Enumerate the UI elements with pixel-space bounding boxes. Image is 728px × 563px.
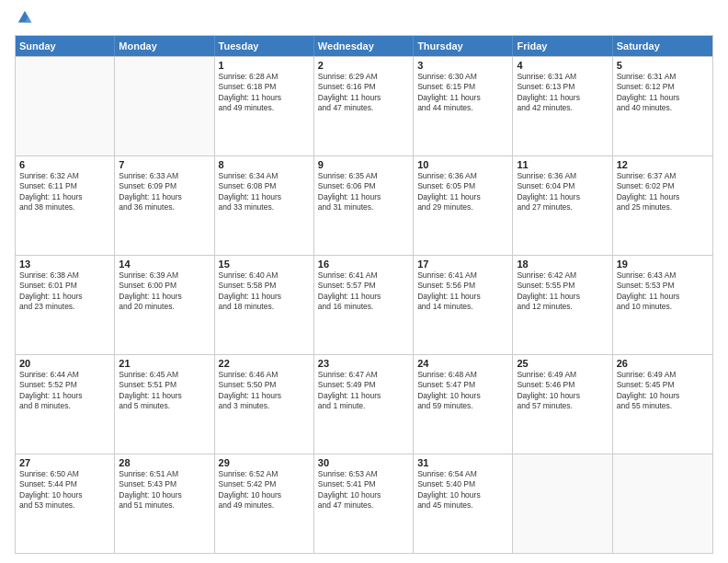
calendar-cell-24: 24Sunrise: 6:48 AMSunset: 5:47 PMDayligh… xyxy=(414,355,513,454)
cell-info-line: Sunrise: 6:32 AM xyxy=(19,171,110,181)
cell-info-line: Sunset: 6:09 PM xyxy=(119,181,210,191)
cell-info-line: Sunrise: 6:38 AM xyxy=(19,270,110,281)
calendar-cell-11: 11Sunrise: 6:36 AMSunset: 6:04 PMDayligh… xyxy=(513,156,612,255)
cell-info-line: and 47 minutes. xyxy=(318,103,409,113)
cell-info-line: and 59 minutes. xyxy=(417,401,508,411)
cell-info-line: Daylight: 11 hours xyxy=(19,192,110,202)
cell-info-line: Daylight: 11 hours xyxy=(617,192,709,202)
cell-info-line: Daylight: 11 hours xyxy=(517,93,608,103)
day-number: 6 xyxy=(19,159,110,170)
cell-info-line: Daylight: 11 hours xyxy=(417,292,508,302)
cell-info-line: Sunset: 6:11 PM xyxy=(19,181,110,191)
logo xyxy=(15,11,33,28)
cell-info-line: Sunset: 5:51 PM xyxy=(119,380,210,390)
cell-info-line: Sunrise: 6:40 AM xyxy=(219,270,310,281)
cell-info-line: Daylight: 10 hours xyxy=(417,391,508,401)
logo-icon xyxy=(17,9,33,26)
calendar-cell-29: 29Sunrise: 6:52 AMSunset: 5:42 PMDayligh… xyxy=(215,454,314,553)
cell-info-line: Daylight: 11 hours xyxy=(219,292,310,302)
weekday-header-tuesday: Tuesday xyxy=(215,36,314,56)
calendar-cell-2: 2Sunrise: 6:29 AMSunset: 6:16 PMDaylight… xyxy=(314,57,414,155)
cell-info-line: Daylight: 10 hours xyxy=(318,490,409,500)
cell-info-line: Sunset: 6:04 PM xyxy=(517,181,608,191)
day-number: 23 xyxy=(318,358,409,369)
cell-info-line: Sunrise: 6:54 AM xyxy=(417,469,508,479)
day-number: 19 xyxy=(617,259,709,270)
cell-info-line: and 8 minutes. xyxy=(19,401,110,411)
cell-info-line: Sunrise: 6:49 AM xyxy=(617,370,709,380)
day-number: 20 xyxy=(19,358,110,369)
cell-info-line: Sunrise: 6:35 AM xyxy=(318,171,409,181)
cell-info-line: Daylight: 11 hours xyxy=(517,192,608,202)
calendar-row-1: 6Sunrise: 6:32 AMSunset: 6:11 PMDaylight… xyxy=(16,155,712,255)
cell-info-line: Daylight: 11 hours xyxy=(219,192,310,202)
cell-info-line: Sunset: 6:13 PM xyxy=(517,82,608,92)
cell-info-line: and 18 minutes. xyxy=(219,302,310,312)
cell-info-line: Sunrise: 6:41 AM xyxy=(417,270,508,281)
cell-info-line: Daylight: 10 hours xyxy=(19,490,110,500)
cell-info-line: and 10 minutes. xyxy=(617,302,709,312)
cell-info-line: Daylight: 11 hours xyxy=(19,391,110,401)
calendar-cell-14: 14Sunrise: 6:39 AMSunset: 6:00 PMDayligh… xyxy=(115,256,214,354)
calendar-cell-3: 3Sunrise: 6:30 AMSunset: 6:15 PMDaylight… xyxy=(414,57,513,155)
cell-info-line: and 12 minutes. xyxy=(517,302,608,312)
day-number: 25 xyxy=(517,358,608,369)
cell-info-line: and 42 minutes. xyxy=(517,103,608,113)
cell-info-line: Daylight: 10 hours xyxy=(517,391,608,401)
cell-info-line: Sunset: 5:55 PM xyxy=(517,281,608,291)
cell-info-line: Daylight: 10 hours xyxy=(417,490,508,500)
day-number: 5 xyxy=(617,60,709,71)
weekday-header-saturday: Saturday xyxy=(613,36,712,56)
calendar-cell-13: 13Sunrise: 6:38 AMSunset: 6:01 PMDayligh… xyxy=(16,256,115,354)
calendar-cell-7: 7Sunrise: 6:33 AMSunset: 6:09 PMDaylight… xyxy=(115,156,214,255)
calendar-cell-31: 31Sunrise: 6:54 AMSunset: 5:40 PMDayligh… xyxy=(414,454,513,553)
cell-info-line: Daylight: 11 hours xyxy=(318,292,409,302)
cell-info-line: Daylight: 11 hours xyxy=(617,93,709,103)
cell-info-line: and 36 minutes. xyxy=(119,202,210,213)
cell-info-line: Daylight: 11 hours xyxy=(517,292,608,302)
cell-info-line: Sunrise: 6:47 AM xyxy=(318,370,409,380)
day-number: 28 xyxy=(119,457,210,468)
cell-info-line: Daylight: 11 hours xyxy=(318,192,409,202)
calendar-cell-18: 18Sunrise: 6:42 AMSunset: 5:55 PMDayligh… xyxy=(513,256,612,354)
cell-info-line: Sunrise: 6:29 AM xyxy=(318,72,409,82)
page: SundayMondayTuesdayWednesdayThursdayFrid… xyxy=(0,0,728,563)
day-number: 11 xyxy=(517,159,608,170)
cell-info-line: Sunrise: 6:44 AM xyxy=(19,370,110,380)
cell-info-line: and 49 minutes. xyxy=(219,500,310,511)
day-number: 7 xyxy=(119,159,210,170)
cell-info-line: and 5 minutes. xyxy=(119,401,210,411)
header xyxy=(15,11,713,28)
calendar-cell-25: 25Sunrise: 6:49 AMSunset: 5:46 PMDayligh… xyxy=(513,355,612,454)
cell-info-line: Sunset: 6:00 PM xyxy=(119,281,210,291)
cell-info-line: Sunrise: 6:45 AM xyxy=(119,370,210,380)
cell-info-line: Sunrise: 6:31 AM xyxy=(617,72,709,82)
cell-info-line: Sunset: 5:56 PM xyxy=(417,281,508,291)
cell-info-line: and 57 minutes. xyxy=(517,401,608,411)
calendar-cell-26: 26Sunrise: 6:49 AMSunset: 5:45 PMDayligh… xyxy=(613,355,712,454)
cell-info-line: Sunset: 6:15 PM xyxy=(417,82,508,92)
day-number: 29 xyxy=(219,457,310,468)
day-number: 30 xyxy=(318,457,409,468)
cell-info-line: Sunset: 6:01 PM xyxy=(19,281,110,291)
day-number: 21 xyxy=(119,358,210,369)
cell-info-line: Daylight: 11 hours xyxy=(19,292,110,302)
day-number: 26 xyxy=(617,358,709,369)
calendar-header: SundayMondayTuesdayWednesdayThursdayFrid… xyxy=(16,36,712,56)
cell-info-line: Sunset: 5:47 PM xyxy=(417,380,508,390)
cell-info-line: Sunset: 5:43 PM xyxy=(119,479,210,489)
cell-info-line: Sunrise: 6:43 AM xyxy=(617,270,709,281)
cell-info-line: Daylight: 10 hours xyxy=(119,490,210,500)
cell-info-line: Sunset: 6:06 PM xyxy=(318,181,409,191)
cell-info-line: Sunset: 5:44 PM xyxy=(19,479,110,489)
cell-info-line: Sunset: 5:50 PM xyxy=(219,380,310,390)
cell-info-line: Sunset: 5:53 PM xyxy=(617,281,709,291)
weekday-header-monday: Monday xyxy=(115,36,214,56)
cell-info-line: Sunrise: 6:37 AM xyxy=(617,171,709,181)
calendar-cell-28: 28Sunrise: 6:51 AMSunset: 5:43 PMDayligh… xyxy=(115,454,214,553)
cell-info-line: and 53 minutes. xyxy=(19,500,110,511)
cell-info-line: Sunrise: 6:41 AM xyxy=(318,270,409,281)
cell-info-line: and 51 minutes. xyxy=(119,500,210,511)
day-number: 13 xyxy=(19,259,110,270)
cell-info-line: and 25 minutes. xyxy=(617,202,709,213)
